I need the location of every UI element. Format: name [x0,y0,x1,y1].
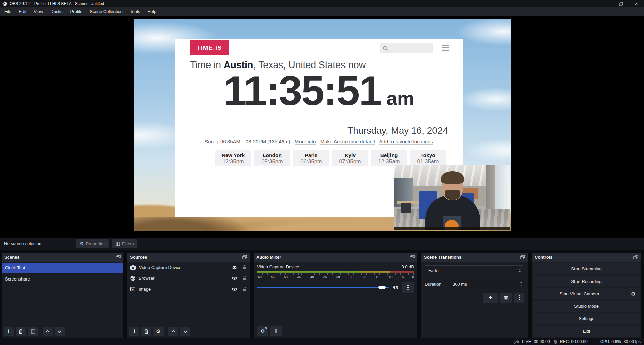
trash-icon [504,295,508,300]
move-scene-up-button[interactable] [43,327,53,336]
exit-button[interactable]: Exit [533,326,640,337]
audio-mixer-title: Audio Mixer [256,255,281,260]
add-scene-button[interactable]: + [4,327,14,336]
mixer-channel-menu-button[interactable] [402,282,414,293]
start-streaming-button[interactable]: Start Streaming [533,263,640,274]
advanced-audio-button[interactable]: ⚙⚙ [257,326,268,336]
start-recording-button[interactable]: Start Recording [533,276,640,287]
move-source-down-button[interactable] [180,327,190,336]
properties-button[interactable]: ⚙ Properties [76,239,109,248]
double-gear-icon: ⚙⚙ [261,328,265,334]
program-preview[interactable]: TIME.IS Time in Austin, Texas, United St… [0,16,644,238]
source-properties-button[interactable]: ⚙ [153,327,164,336]
popout-icon[interactable] [116,255,121,260]
timeis-search-box[interactable] [380,43,433,53]
popout-icon[interactable] [520,255,525,260]
maximize-button[interactable] [613,0,629,7]
menu-profile[interactable]: Profile [66,7,86,16]
city-card[interactable]: Kyiv07:35pm [332,150,368,166]
volume-slider-handle[interactable] [378,286,386,289]
add-source-button[interactable]: + [129,327,139,336]
city-card[interactable]: Beijing12:35am [371,150,407,166]
eye-visible-icon[interactable] [232,276,237,280]
search-input[interactable] [389,46,430,51]
close-button[interactable]: ✕ [629,0,644,7]
lock-unlocked-icon[interactable] [243,287,247,291]
kebab-icon [519,295,520,300]
minimize-button[interactable] [598,0,613,7]
clock-time: 11:35:51 [224,67,381,114]
more-info-link[interactable]: More info [295,139,316,145]
transition-select[interactable]: Fade [425,265,524,275]
scene-filters-button[interactable] [28,327,38,336]
add-transition-button[interactable]: + [483,293,498,303]
source-row-browser[interactable]: Browser [127,273,250,283]
scene-transitions-panel: Scene Transitions Fade Duration 300 ms + [421,253,528,338]
date-display: Thursday, May 16, 2024 [347,125,448,136]
title-bar: OBS 29.1.2 - Profile: LLHLS BETA - Scene… [0,0,644,7]
add-favorite-link[interactable]: Add to favorite locations [379,139,433,145]
chevron-up-icon [46,330,49,334]
lock-unlocked-icon[interactable] [243,276,247,281]
city-card[interactable]: New York12:35pm [215,150,251,166]
move-source-up-button[interactable] [168,327,178,336]
settings-button[interactable]: Settings [533,313,640,324]
lock-unlocked-icon[interactable] [243,265,247,270]
menu-tools[interactable]: Tools [126,7,144,16]
menu-docks[interactable]: Docks [47,7,66,16]
menu-view[interactable]: View [30,7,47,16]
webcam-overlay [394,165,510,230]
menu-edit[interactable]: Edit [15,7,30,16]
menu-file[interactable]: File [1,7,15,16]
make-default-link[interactable]: Make Austin time default [320,139,375,145]
scenes-panel: Scenes Clock Test Screenshare + [2,253,123,338]
kebab-icon [407,285,408,290]
hamburger-menu-icon[interactable] [442,45,449,51]
move-scene-down-button[interactable] [55,327,65,336]
filters-icon [116,242,120,246]
clock-meridiem: am [386,88,414,109]
selected-source-status: No source selected [4,241,41,246]
world-clock-row: New York12:35pm London05:35pm Paris06:35… [215,150,446,166]
duration-spinbox[interactable]: 300 ms [449,279,524,289]
scene-item-screenshare[interactable]: Screenshare [2,274,123,284]
status-bar: LIVE: 00:00:00 REC: 00:00:00 CPU: 0.6%, … [0,338,644,345]
meter-scale: -60-55-50-45-40-35-30-25-20-15-10-50 [257,275,414,279]
start-virtual-camera-button[interactable]: Start Virtual Camera [533,288,626,299]
chevron-up-icon [171,330,175,334]
timeis-logo[interactable]: TIME.IS [190,40,229,55]
speaker-icon[interactable] [392,285,399,290]
sun-info-line: Sun: ↑ 06:35AM ↓ 08:20PM (13h 46m) - Mor… [175,139,463,144]
mixer-channel-name: Video Capture Device [257,264,299,269]
filters-icon [31,329,35,334]
filters-button[interactable]: Filters [112,239,137,248]
source-row-video-capture[interactable]: Video Capture Device [127,262,250,272]
remove-transition-button[interactable] [500,293,512,303]
eye-visible-icon[interactable] [232,266,237,269]
spinner-arrows-icon[interactable] [520,281,522,287]
popout-icon[interactable] [242,255,247,260]
studio-mode-button[interactable]: Studio Mode [533,301,640,312]
sources-panel-title: Sources [130,255,147,260]
menu-help[interactable]: Help [144,7,160,16]
source-row-image[interactable]: Image [127,284,250,294]
remove-source-button[interactable] [141,327,151,336]
dock-area: Scenes Clock Test Screenshare + [0,250,644,338]
virtual-camera-settings-button[interactable]: ⚙ [627,288,640,299]
volume-slider[interactable] [257,287,389,288]
gear-icon: ⚙ [631,291,635,297]
mixer-menu-button[interactable] [270,326,282,336]
city-card[interactable]: Tokyo01:35am [410,150,446,166]
menu-scene-collection[interactable]: Scene Collection [86,7,126,16]
popout-icon[interactable] [633,255,638,260]
chevron-down-icon [58,329,61,333]
source-toolbar: No source selected ⚙ Properties Filters [0,238,644,250]
popout-icon[interactable] [410,255,415,260]
city-card[interactable]: London05:35pm [254,150,290,166]
gear-icon: ⚙ [80,241,84,246]
eye-visible-icon[interactable] [232,287,237,291]
transition-menu-button[interactable] [514,293,524,303]
city-card[interactable]: Paris06:35pm [293,150,329,166]
remove-scene-button[interactable] [16,327,26,336]
scene-item-clock-test[interactable]: Clock Test [2,263,123,273]
